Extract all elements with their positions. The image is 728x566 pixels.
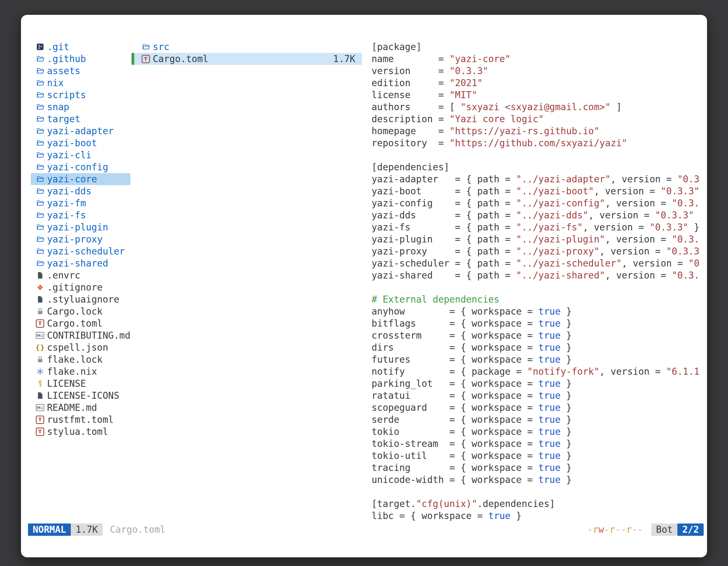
preview-line: yazi-plugin = { path = "../yazi-plugin",… xyxy=(372,233,705,245)
preview-line: version = "0.3.3" xyxy=(372,65,705,77)
preview-line: yazi-dds = { path = "../yazi-dds", versi… xyxy=(372,209,705,221)
current-pane[interactable]: srcTCargo.toml1.7K xyxy=(131,41,362,65)
parent-item-LICENSE[interactable]: LICENSE xyxy=(31,377,130,389)
file-label: stylua.toml xyxy=(47,426,108,438)
parent-item-CONTRIBUTING.md[interactable]: M↓CONTRIBUTING.md xyxy=(31,329,130,341)
parent-item-.styluaignore[interactable]: .styluaignore xyxy=(31,293,130,305)
preview-line: [package] xyxy=(372,41,705,53)
preview-line: tokio-stream = { workspace = true } xyxy=(372,438,705,450)
preview-line: dirs = { workspace = true } xyxy=(372,341,705,353)
json-icon: {} xyxy=(36,343,44,352)
mode-indicator: NORMAL xyxy=(28,523,71,536)
file-label: yazi-proxy xyxy=(47,233,103,245)
parent-item-snap[interactable]: snap xyxy=(31,101,130,113)
preview-line: yazi-config = { path = "../yazi-config",… xyxy=(372,197,705,209)
folder-icon xyxy=(36,211,44,220)
doc-icon xyxy=(36,391,44,400)
folder-icon xyxy=(36,115,44,123)
parent-item-yazi-fm[interactable]: yazi-fm xyxy=(31,197,130,209)
file-label: .github xyxy=(47,53,86,65)
preview-line: # External dependencies xyxy=(372,293,705,305)
parent-item-.github[interactable]: .github xyxy=(31,53,130,65)
parent-item-yazi-proxy[interactable]: yazi-proxy xyxy=(31,233,130,245)
lock-icon xyxy=(36,355,44,364)
preview-line: name = "yazi-core" xyxy=(372,53,705,65)
parent-item-LICENSE-ICONS[interactable]: LICENSE-ICONS xyxy=(31,389,130,401)
parent-item-stylua.toml[interactable]: Tstylua.toml xyxy=(31,426,130,438)
parent-item-cspell.json[interactable]: {}cspell.json xyxy=(31,341,130,353)
file-label: .gitignore xyxy=(47,281,103,293)
parent-item-scripts[interactable]: scripts xyxy=(31,89,130,101)
preview-line xyxy=(372,149,705,161)
nix-icon xyxy=(36,367,44,376)
preview-line: license = "MIT" xyxy=(372,89,705,101)
preview-line: unicode-width = { workspace = true } xyxy=(372,474,705,486)
lock-icon xyxy=(36,307,44,316)
parent-item-yazi-boot[interactable]: yazi-boot xyxy=(31,137,130,149)
folder-icon xyxy=(36,79,44,87)
preview-line: serde = { workspace = true } xyxy=(372,414,705,426)
parent-pane[interactable]: .git.githubassetsnixscriptssnaptargetyaz… xyxy=(31,41,130,438)
preview-line xyxy=(372,486,705,498)
parent-item-nix[interactable]: nix xyxy=(31,77,130,89)
parent-item-yazi-plugin[interactable]: yazi-plugin xyxy=(31,221,130,233)
preview-line: libc = { workspace = true } xyxy=(372,510,705,522)
parent-item-rustfmt.toml[interactable]: Trustfmt.toml xyxy=(31,414,130,426)
preview-line: ratatui = { workspace = true } xyxy=(372,389,705,401)
file-label: yazi-adapter xyxy=(47,125,114,137)
preview-line: crossterm = { workspace = true } xyxy=(372,329,705,341)
preview-line: authors = [ "sxyazi <sxyazi@gmail.com>" … xyxy=(372,101,705,113)
status-bar-right: -rw-r--r-- Bot 2/2 xyxy=(587,523,704,536)
preview-line: yazi-proxy = { path = "../yazi-proxy", v… xyxy=(372,245,705,257)
parent-item-.envrc[interactable]: .envrc xyxy=(31,269,130,281)
preview-line: tokio = { workspace = true } xyxy=(372,426,705,438)
parent-item-flake.lock[interactable]: flake.lock xyxy=(31,353,130,365)
parent-item-yazi-core[interactable]: yazi-core xyxy=(31,173,130,185)
file-label: yazi-config xyxy=(47,161,108,173)
parent-item-yazi-shared[interactable]: yazi-shared xyxy=(31,257,130,269)
preview-line: [dependencies] xyxy=(372,161,705,173)
parent-item-assets[interactable]: assets xyxy=(31,65,130,77)
parent-item-.git[interactable]: .git xyxy=(31,41,130,53)
status-bar-left: NORMAL 1.7K Cargo.toml xyxy=(28,523,165,536)
folder-icon xyxy=(36,91,44,99)
parent-item-yazi-config[interactable]: yazi-config xyxy=(31,161,130,173)
current-item-src[interactable]: src xyxy=(131,41,362,53)
preview-line: yazi-shared = { path = "../yazi-shared",… xyxy=(372,269,705,281)
folder-icon xyxy=(36,139,44,147)
parent-item-.gitignore[interactable]: .gitignore xyxy=(31,281,130,293)
current-item-Cargo.toml[interactable]: TCargo.toml1.7K xyxy=(131,53,362,65)
parent-item-target[interactable]: target xyxy=(31,113,130,125)
file-label: scripts xyxy=(47,89,86,101)
preview-line: [target."cfg(unix)".dependencies] xyxy=(372,498,705,510)
md-icon: M↓ xyxy=(36,403,44,412)
git-icon xyxy=(36,43,44,51)
preview-line: homepage = "https://yazi-rs.github.io" xyxy=(372,125,705,137)
folder-icon xyxy=(36,103,44,111)
parent-item-yazi-scheduler[interactable]: yazi-scheduler xyxy=(31,245,130,257)
parent-item-yazi-fs[interactable]: yazi-fs xyxy=(31,209,130,221)
folder-icon xyxy=(36,55,44,63)
parent-item-flake.nix[interactable]: flake.nix xyxy=(31,365,130,377)
preview-line: yazi-fs = { path = "../yazi-fs", version… xyxy=(372,221,705,233)
parent-item-yazi-dds[interactable]: yazi-dds xyxy=(31,185,130,197)
folder-icon xyxy=(36,259,44,268)
parent-item-Cargo.lock[interactable]: Cargo.lock xyxy=(31,305,130,317)
preview-line: tracing = { workspace = true } xyxy=(372,462,705,474)
preview-line: futures = { workspace = true } xyxy=(372,353,705,365)
preview-pane[interactable]: [package]name = "yazi-core"version = "0.… xyxy=(372,41,705,522)
preview-line: yazi-scheduler = { path = "../yazi-sched… xyxy=(372,257,705,269)
file-label: .envrc xyxy=(47,269,80,281)
status-filename: Cargo.toml xyxy=(110,523,166,536)
parent-item-yazi-cli[interactable]: yazi-cli xyxy=(31,149,130,161)
parent-item-yazi-adapter[interactable]: yazi-adapter xyxy=(31,125,130,137)
preview-line: tokio-util = { workspace = true } xyxy=(372,450,705,462)
file-label: rustfmt.toml xyxy=(47,414,114,426)
file-label: yazi-plugin xyxy=(47,221,108,233)
parent-item-README.md[interactable]: M↓README.md xyxy=(31,401,130,414)
file-label: flake.lock xyxy=(47,353,103,365)
parent-item-Cargo.toml[interactable]: TCargo.toml xyxy=(31,317,130,329)
preview-line: bitflags = { workspace = true } xyxy=(372,317,705,329)
folder-icon xyxy=(36,187,44,196)
file-size: 1.7K xyxy=(333,53,355,65)
